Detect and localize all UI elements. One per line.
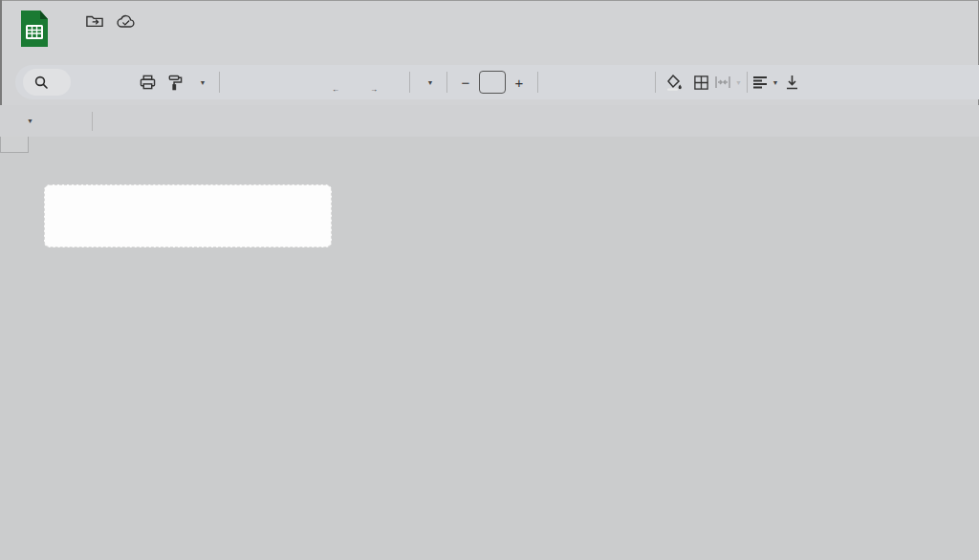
chevron-down-icon: ▼ <box>427 79 434 86</box>
move-to-folder-icon[interactable] <box>86 13 103 29</box>
chevron-down-icon: ▼ <box>27 118 33 124</box>
search-menus-button[interactable] <box>23 69 71 96</box>
last-snapshot-block <box>430 177 641 223</box>
text-color-button[interactable] <box>623 69 650 96</box>
bold-button[interactable] <box>543 69 570 96</box>
formula-bar: ▼ <box>0 105 979 138</box>
google-sheets-app: ▼ ← → ▼ − + <box>0 0 979 560</box>
chevron-down-icon: ▼ <box>200 79 207 86</box>
decrease-font-size-button[interactable]: − <box>452 69 479 96</box>
italic-button[interactable] <box>570 69 597 96</box>
arrow-right-icon: → <box>370 85 378 94</box>
chevron-down-icon: ▼ <box>735 79 742 86</box>
last-snapshot-title[interactable] <box>430 177 641 192</box>
percent-format-button[interactable] <box>263 69 301 96</box>
redo-button[interactable] <box>107 69 134 96</box>
borders-button[interactable] <box>687 69 714 96</box>
vertical-align-button[interactable] <box>779 69 806 96</box>
select-all-corner[interactable] <box>0 137 29 153</box>
spreadsheet-grid[interactable] <box>0 137 979 560</box>
horizontal-align-button[interactable]: ▼ <box>752 69 779 96</box>
sheets-logo[interactable] <box>19 9 50 49</box>
search-icon <box>34 75 48 89</box>
cloud-saved-icon <box>117 14 136 29</box>
arrow-left-icon: ← <box>332 85 339 94</box>
paint-format-button[interactable] <box>161 69 187 96</box>
chevron-down-icon: ▼ <box>772 79 778 86</box>
more-formats-button[interactable] <box>378 69 404 96</box>
fill-color-button[interactable] <box>661 69 687 96</box>
strikethrough-button[interactable] <box>597 69 623 96</box>
last-snapshot-timestamp[interactable] <box>430 192 641 207</box>
period-range-cell[interactable] <box>59 193 316 208</box>
decrease-decimal-button[interactable]: ← <box>301 69 339 96</box>
undo-button[interactable] <box>80 69 107 96</box>
increase-font-size-button[interactable]: + <box>506 69 533 96</box>
zoom-select[interactable]: ▼ <box>187 69 214 96</box>
formula-input[interactable] <box>108 105 979 137</box>
period-end-row[interactable] <box>59 224 315 239</box>
font-select[interactable]: ▼ <box>415 69 442 96</box>
name-box[interactable]: ▼ <box>0 118 82 124</box>
font-size-input[interactable] <box>479 71 506 94</box>
merge-cells-button[interactable]: ▼ <box>714 69 742 96</box>
period-start-row[interactable] <box>59 208 315 224</box>
currency-format-button[interactable] <box>225 69 263 96</box>
print-button[interactable] <box>134 69 161 96</box>
increase-decimal-button[interactable]: → <box>339 69 378 96</box>
toolbar: ▼ ← → ▼ − + <box>15 65 979 99</box>
